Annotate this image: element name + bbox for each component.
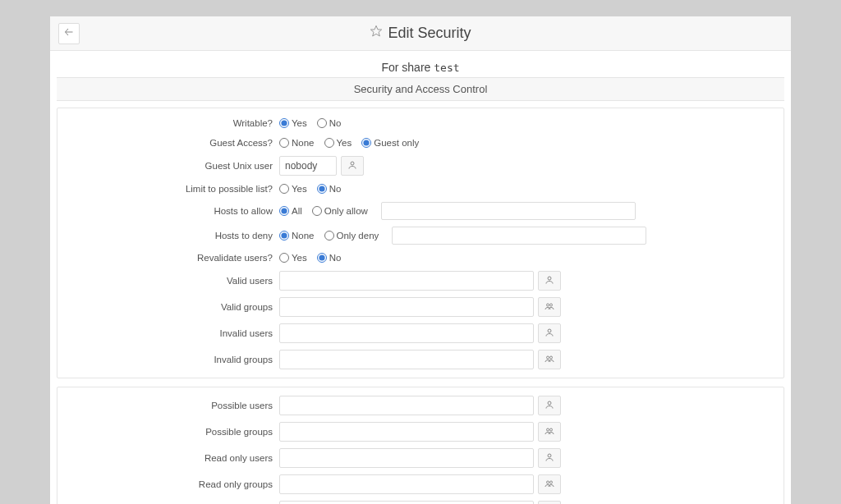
svg-point-13 <box>550 481 553 483</box>
hosts-deny-input[interactable] <box>392 227 646 245</box>
svg-point-12 <box>547 481 549 483</box>
valid-groups-picker[interactable] <box>538 297 561 317</box>
possible-users-input[interactable] <box>279 396 534 415</box>
row-limit-possible: Limit to possible list? Yes No <box>66 179 775 199</box>
row-readwrite-users: Read/write users <box>66 497 775 504</box>
row-valid-users: Valid users <box>66 268 775 294</box>
svg-point-10 <box>550 428 553 431</box>
row-possible-groups: Possible groups <box>66 419 775 445</box>
row-revalidate: Revalidate users? Yes No <box>66 248 775 268</box>
hosts-deny-only[interactable]: Only deny <box>324 231 379 241</box>
panel-secondary: Possible users Possible groups Read only… <box>57 387 784 504</box>
valid-users-input[interactable] <box>279 271 534 291</box>
user-icon <box>347 160 357 172</box>
hosts-allow-only[interactable]: Only allow <box>312 206 368 216</box>
svg-point-7 <box>550 356 553 359</box>
hosts-allow-input[interactable] <box>381 202 636 220</box>
guest-unix-user-input[interactable] <box>279 156 337 176</box>
label-writable: Writable? <box>66 118 279 128</box>
panel-main: Writable? Yes No Guest Access? None Yes … <box>57 108 784 378</box>
row-invalid-users: Invalid users <box>66 320 775 346</box>
hosts-allow-all[interactable]: All <box>279 206 302 216</box>
possible-groups-input[interactable] <box>279 422 534 442</box>
label-guest-unix-user: Guest Unix user <box>66 161 279 171</box>
svg-marker-0 <box>371 25 382 36</box>
group-icon <box>545 301 554 314</box>
invalid-users-picker[interactable] <box>538 323 561 343</box>
label-hosts-deny: Hosts to deny <box>66 231 279 241</box>
valid-groups-input[interactable] <box>279 297 534 317</box>
user-icon <box>545 400 554 412</box>
readonly-groups-input[interactable] <box>279 474 534 494</box>
label-revalidate: Revalidate users? <box>66 253 279 263</box>
group-icon <box>545 354 554 366</box>
label-hosts-allow: Hosts to allow <box>66 206 279 216</box>
header-bar: Edit Security <box>50 16 791 51</box>
row-possible-users: Possible users <box>66 392 775 419</box>
svg-point-5 <box>548 329 551 332</box>
label-possible-groups: Possible groups <box>66 427 279 437</box>
valid-users-picker[interactable] <box>538 271 561 291</box>
row-valid-groups: Valid groups <box>66 294 775 320</box>
readwrite-users-picker[interactable] <box>538 501 561 504</box>
back-arrow-icon <box>64 27 74 39</box>
page-title-text: Edit Security <box>388 25 471 42</box>
main-panel: Edit Security For share test Security an… <box>50 16 791 504</box>
row-readonly-users: Read only users <box>66 445 775 471</box>
label-valid-users: Valid users <box>66 276 279 286</box>
invalid-groups-input[interactable] <box>279 350 534 369</box>
label-readonly-groups: Read only groups <box>66 479 279 489</box>
writable-no[interactable]: No <box>317 118 342 128</box>
svg-point-2 <box>548 277 551 280</box>
limit-possible-no[interactable]: No <box>317 184 342 194</box>
row-invalid-groups: Invalid groups <box>66 346 775 373</box>
invalid-users-input[interactable] <box>279 323 534 343</box>
label-limit-possible: Limit to possible list? <box>66 184 279 194</box>
svg-point-6 <box>547 356 549 359</box>
svg-point-11 <box>548 454 551 457</box>
svg-point-3 <box>547 304 549 306</box>
subtitle: For share test <box>50 51 791 77</box>
invalid-groups-picker[interactable] <box>538 350 561 369</box>
readonly-users-input[interactable] <box>279 448 534 468</box>
user-icon <box>545 328 554 340</box>
row-guest-access: Guest Access? None Yes Guest only <box>66 133 775 153</box>
back-button[interactable] <box>58 23 80 44</box>
readwrite-users-input[interactable] <box>279 501 534 504</box>
group-icon <box>545 426 554 438</box>
section-title: Security and Access Control <box>57 77 784 101</box>
readonly-users-picker[interactable] <box>538 448 561 468</box>
svg-point-4 <box>550 304 553 306</box>
row-guest-unix-user: Guest Unix user <box>66 153 775 179</box>
writable-yes[interactable]: Yes <box>279 118 307 128</box>
guest-access-guestonly[interactable]: Guest only <box>361 138 419 148</box>
svg-point-8 <box>548 401 551 405</box>
label-valid-groups: Valid groups <box>66 302 279 312</box>
row-readonly-groups: Read only groups <box>66 471 775 497</box>
group-icon <box>545 479 554 491</box>
readonly-groups-picker[interactable] <box>538 474 561 494</box>
label-readonly-users: Read only users <box>66 453 279 463</box>
guest-unix-user-picker[interactable] <box>341 156 364 176</box>
possible-groups-picker[interactable] <box>538 422 561 442</box>
limit-possible-yes[interactable]: Yes <box>279 184 307 194</box>
row-hosts-allow: Hosts to allow All Only allow <box>66 199 775 223</box>
label-invalid-users: Invalid users <box>66 328 279 338</box>
row-writable: Writable? Yes No <box>66 113 775 133</box>
user-icon <box>545 452 554 465</box>
hosts-deny-none[interactable]: None <box>279 231 315 241</box>
revalidate-yes[interactable]: Yes <box>279 253 307 263</box>
possible-users-picker[interactable] <box>538 396 561 415</box>
label-guest-access: Guest Access? <box>66 138 279 148</box>
label-possible-users: Possible users <box>66 401 279 410</box>
guest-access-none[interactable]: None <box>279 138 315 148</box>
guest-access-yes[interactable]: Yes <box>324 138 352 148</box>
revalidate-no[interactable]: No <box>317 253 342 263</box>
page-title: Edit Security <box>370 25 471 42</box>
svg-point-9 <box>547 428 549 431</box>
subtitle-prefix: For share <box>381 61 430 74</box>
content-area: For share test Security and Access Contr… <box>50 51 791 504</box>
subtitle-share-name: test <box>434 62 459 74</box>
user-icon <box>545 275 554 287</box>
star-icon <box>370 25 383 42</box>
